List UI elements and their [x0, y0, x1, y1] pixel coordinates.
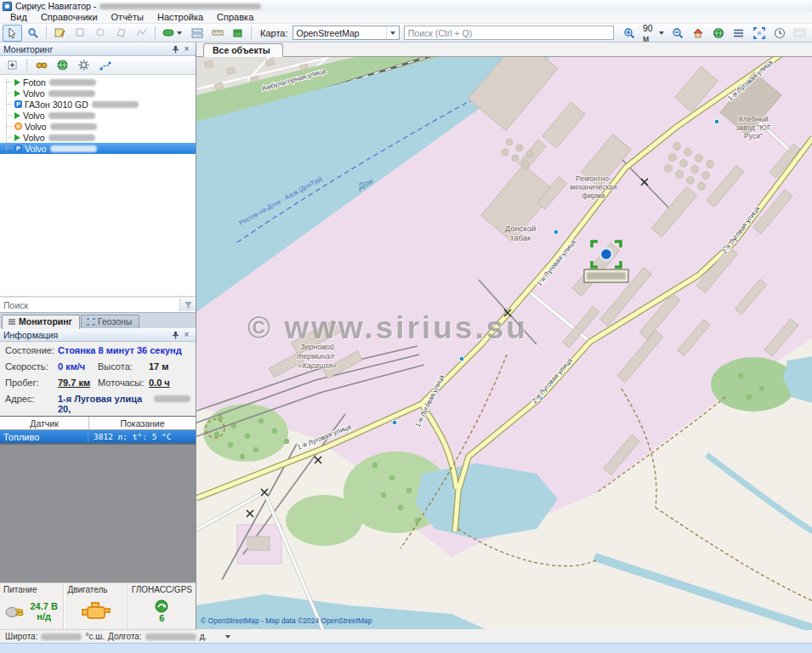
legend-list-button[interactable]: [729, 25, 748, 42]
menu-item[interactable]: Настройка: [150, 11, 210, 23]
tracks-button[interactable]: [95, 57, 115, 74]
zoom-in-button[interactable]: [620, 25, 639, 42]
zoom-tool-button[interactable]: [23, 25, 43, 42]
vehicle-status-icon: [14, 112, 20, 119]
combo-caret[interactable]: [386, 26, 399, 39]
gps-satellites-icon: [155, 599, 168, 613]
sensor-row-fuel[interactable]: Топливо 3812 л; t°: 5 °C: [0, 430, 196, 443]
show-on-map-button[interactable]: [53, 57, 72, 74]
map-canvas[interactable]: Амбулаторная улица1-я Луговая улица1-я Л…: [196, 57, 812, 632]
monitoring-panel-title: Мониторинг: [3, 44, 53, 54]
power-label: Питание: [3, 585, 60, 594]
vehicle-position-icon: [600, 248, 612, 260]
close-panel-icon[interactable]: ×: [181, 330, 192, 340]
vehicle-row[interactable]: PГАЗон 3010 GD: [0, 99, 196, 110]
vehicle-row[interactable]: Volvo: [0, 110, 196, 121]
pin-icon[interactable]: [170, 44, 181, 54]
vehicle-name: Volvo: [25, 122, 47, 132]
tree-twig: [6, 148, 12, 149]
vehicle-status-icon: [14, 134, 20, 141]
power-gauge: Питание 24.7 В н/д: [0, 583, 64, 629]
latitude-label: Широта:: [5, 632, 37, 641]
redacted-text: [99, 3, 261, 9]
menu-item[interactable]: Отчёты: [105, 11, 150, 23]
map-label: механическая: [570, 183, 617, 191]
monitoring-panel: Мониторинг × FotonVolvoPГАЗ: [0, 43, 196, 629]
world-view-button[interactable]: [708, 25, 728, 42]
power-plug-icon: [5, 604, 26, 619]
clear-filter-icon[interactable]: [179, 298, 196, 311]
vehicle-row[interactable]: Foton: [0, 77, 196, 88]
information-panel-title: Информация: [3, 330, 58, 340]
zoom-out-button[interactable]: [667, 25, 687, 42]
select-tool-button[interactable]: [3, 25, 22, 42]
address-value: 1-я Луговая улица 20,: [58, 394, 150, 414]
zoom-scale-dropdown[interactable]: 90 м: [640, 23, 667, 43]
hours-value[interactable]: 0.0 ч: [149, 378, 170, 388]
altitude-value: 17 м: [149, 361, 168, 372]
tree-twig: [6, 93, 12, 94]
menu-item[interactable]: Вид: [3, 11, 34, 23]
pin-icon[interactable]: [170, 330, 181, 340]
edit-map-button[interactable]: [50, 25, 70, 42]
mileage-value[interactable]: 79.7 км: [58, 378, 90, 388]
vehicle-status-icon: P: [14, 145, 22, 152]
altitude-label: Высота:: [98, 361, 149, 372]
route-button[interactable]: [187, 25, 207, 42]
coords-format-dropdown[interactable]: [225, 635, 230, 639]
fit-objects-button[interactable]: [749, 25, 769, 42]
circle-zone-button[interactable]: [91, 25, 111, 42]
gps-label: ГЛОНАСС/GPS: [132, 585, 192, 594]
window-title: Сириус Навигатор -: [15, 1, 96, 11]
map-label: Хлебный: [738, 115, 769, 123]
redacted-text: [145, 633, 196, 640]
vehicle-row[interactable]: Volvo: [0, 132, 196, 143]
hours-label: Моточасы:: [98, 378, 149, 388]
redacted-text: [48, 90, 95, 97]
find-object-button[interactable]: [31, 57, 51, 74]
vehicle-row[interactable]: Volvo: [0, 88, 196, 99]
tree-search-input[interactable]: [0, 300, 179, 310]
menu-item[interactable]: Справка: [210, 11, 260, 23]
history-clock-button[interactable]: [769, 25, 789, 42]
menu-item[interactable]: Справочники: [34, 11, 105, 23]
redacted-text: [48, 134, 95, 141]
map-tab-all-objects[interactable]: Все объекты: [203, 43, 283, 57]
objects-3d-button[interactable]: [228, 25, 247, 42]
ruler-button[interactable]: [207, 25, 227, 42]
app-window: Сириус Навигатор - ВидСправочникиОтчётыН…: [0, 0, 812, 653]
map-label: Ремонтно-: [576, 174, 611, 183]
vehicle-tree: FotonVolvoPГАЗон 3010 GDVolvoVolvoVolvoP…: [0, 75, 196, 297]
track-color-button[interactable]: [159, 25, 186, 42]
monitoring-panel-header: Мониторинг ×: [0, 43, 196, 56]
panel-toggle-button[interactable]: [790, 25, 809, 42]
map-label: терминал: [297, 352, 334, 361]
vehicle-name: Volvo: [25, 144, 47, 154]
tree-twig: [6, 82, 12, 82]
polygon-zone-button[interactable]: [111, 25, 131, 42]
expand-all-button[interactable]: [3, 57, 22, 74]
home-view-button[interactable]: [688, 25, 707, 42]
sensor-col-header: Датчик: [0, 417, 89, 429]
vehicle-name: Volvo: [23, 111, 45, 121]
vehicle-row[interactable]: PVolvo: [0, 143, 196, 154]
polyline-zone-button[interactable]: [132, 25, 151, 42]
redacted-text: [41, 633, 82, 640]
close-panel-icon[interactable]: ×: [181, 44, 192, 54]
geozone-tool-button[interactable]: [71, 25, 90, 42]
map-provider-select[interactable]: OpenStreetMap: [292, 26, 400, 40]
settings-gear-button[interactable]: [74, 57, 94, 74]
redacted-text: [50, 123, 97, 130]
redacted-text: [154, 395, 190, 402]
tree-twig: [6, 137, 12, 138]
global-search-input[interactable]: [404, 26, 614, 40]
map-label: фирма: [582, 191, 605, 200]
vehicle-row[interactable]: Volvo: [0, 121, 196, 132]
mileage-label: Пробег:: [5, 378, 58, 388]
watermark: © www.sirius.su © www.sirius.su: [247, 310, 529, 346]
map-tab-bar: Все объекты: [196, 43, 812, 57]
map-label: Руси": [744, 132, 763, 140]
tab-monitoring[interactable]: Мониторинг: [2, 315, 80, 329]
longitude-label: Долгота:: [108, 632, 142, 641]
tab-geozones[interactable]: Геозоны: [81, 315, 139, 328]
